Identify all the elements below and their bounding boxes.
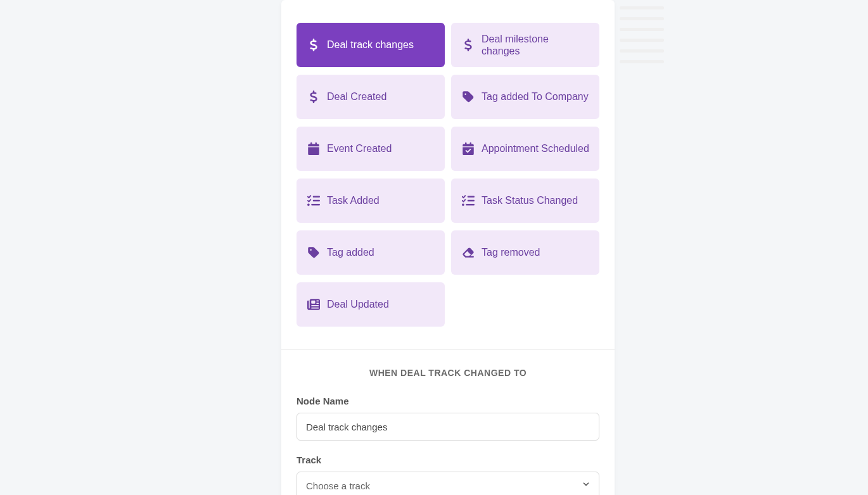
field-track: Track Choose a track — [297, 454, 599, 495]
dollar-icon — [461, 38, 475, 52]
tag-icon — [307, 246, 321, 260]
trigger-deal-track-changes[interactable]: Deal track changes — [297, 23, 445, 67]
trigger-tag-added[interactable]: Tag added — [297, 230, 445, 275]
dollar-icon — [307, 90, 321, 104]
trigger-label: Tag removed — [482, 246, 540, 258]
node-name-label: Node Name — [297, 396, 599, 406]
trigger-deal-milestone-changes[interactable]: Deal milestone changes — [451, 23, 599, 67]
task-list-icon — [307, 194, 321, 208]
trigger-label: Deal milestone changes — [482, 33, 589, 57]
task-list-icon — [461, 194, 475, 208]
trigger-label: Event Created — [327, 142, 392, 154]
track-select-wrap: Choose a track — [297, 472, 599, 495]
trigger-event-created[interactable]: Event Created — [297, 127, 445, 171]
trigger-panel: Deal track changesDeal milestone changes… — [281, 0, 615, 495]
track-select[interactable]: Choose a track — [297, 472, 599, 495]
trigger-label: Task Added — [327, 194, 380, 206]
dollar-icon — [307, 38, 321, 52]
trigger-appointment-scheduled[interactable]: Appointment Scheduled — [451, 127, 599, 171]
trigger-label: Deal Created — [327, 91, 386, 103]
eraser-icon — [461, 246, 475, 260]
newspaper-icon — [307, 298, 321, 311]
calendar-check-icon — [461, 142, 475, 156]
trigger-tag-added-to-company[interactable]: Tag added To Company — [451, 75, 599, 119]
trigger-grid: Deal track changesDeal milestone changes… — [281, 0, 615, 349]
trigger-deal-updated[interactable]: Deal Updated — [297, 282, 445, 327]
trigger-task-added[interactable]: Task Added — [297, 179, 445, 223]
bg-decoration — [620, 6, 664, 71]
trigger-label: Deal track changes — [327, 39, 414, 51]
track-label: Track — [297, 454, 599, 465]
trigger-task-status-changed[interactable]: Task Status Changed — [451, 179, 599, 223]
tag-icon — [461, 90, 475, 104]
trigger-tag-removed[interactable]: Tag removed — [451, 230, 599, 275]
node-name-input[interactable] — [297, 413, 599, 441]
field-node-name: Node Name — [297, 396, 599, 441]
form-section: WHEN DEAL TRACK CHANGED TO Node Name Tra… — [281, 350, 615, 495]
calendar-icon — [307, 142, 321, 156]
section-title: WHEN DEAL TRACK CHANGED TO — [297, 368, 599, 378]
trigger-label: Task Status Changed — [482, 194, 578, 206]
trigger-label: Deal Updated — [327, 298, 389, 310]
trigger-deal-created[interactable]: Deal Created — [297, 75, 445, 119]
trigger-label: Tag added — [327, 246, 374, 258]
trigger-label: Tag added To Company — [482, 91, 589, 103]
trigger-label: Appointment Scheduled — [482, 142, 589, 154]
